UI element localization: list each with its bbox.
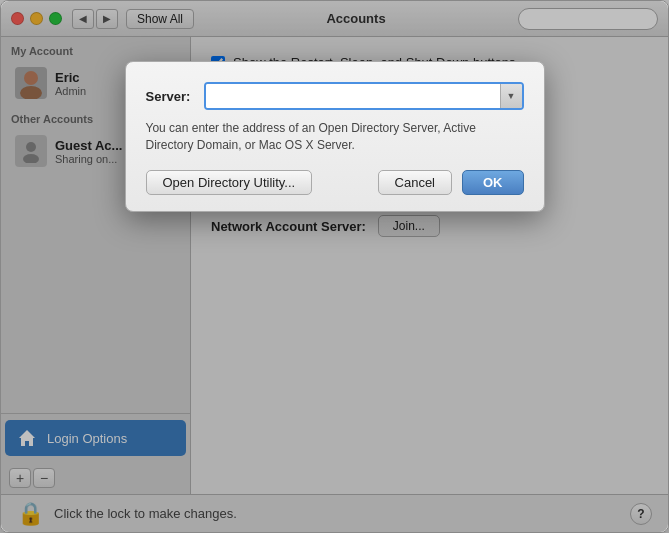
modal-server-label: Server: bbox=[146, 89, 196, 104]
modal-server-row: Server: ▼ bbox=[146, 82, 524, 110]
modal-buttons: Open Directory Utility... Cancel OK bbox=[146, 170, 524, 195]
modal-server-input-wrap: ▼ bbox=[204, 82, 524, 110]
modal-server-dropdown-button[interactable]: ▼ bbox=[500, 84, 522, 108]
open-directory-utility-button[interactable]: Open Directory Utility... bbox=[146, 170, 313, 195]
ok-button[interactable]: OK bbox=[462, 170, 524, 195]
modal-server-input[interactable] bbox=[206, 84, 500, 108]
window: ◀ ▶ Show All Accounts ⌕ My Account Eri bbox=[0, 0, 669, 533]
modal-dialog: Server: ▼ You can enter the address of a… bbox=[125, 61, 545, 212]
cancel-button[interactable]: Cancel bbox=[378, 170, 452, 195]
modal-overlay: Server: ▼ You can enter the address of a… bbox=[1, 1, 668, 532]
modal-description: You can enter the address of an Open Dir… bbox=[146, 120, 524, 154]
